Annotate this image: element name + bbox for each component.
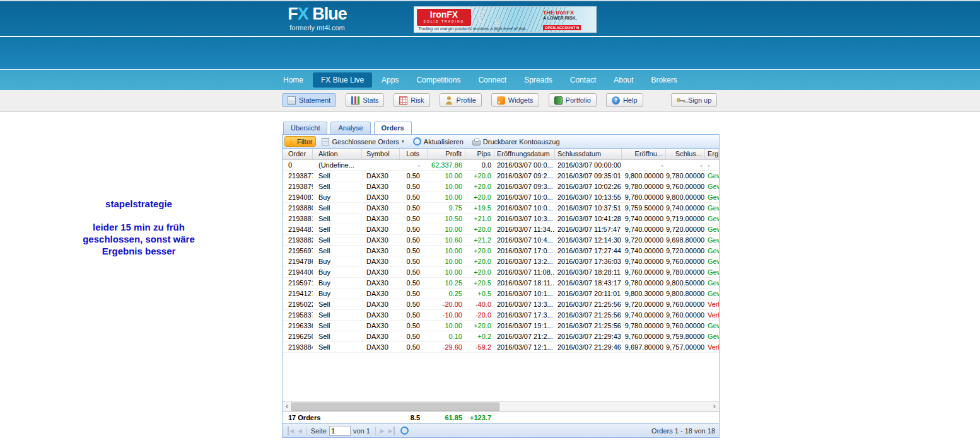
ironfx-brand: IronFX <box>417 10 471 20</box>
table-row[interactable]: 21947868BuyDAX300.5010.00+20.02016/03/07… <box>283 256 719 267</box>
next-page-icon[interactable]: ▶ <box>380 426 385 435</box>
cell-ergebnis: Gewinn <box>705 278 719 288</box>
cell-eroffnungsdatum: 2016/03/07 11:34... <box>494 224 555 234</box>
ironfx-ad-banner[interactable]: € ¥ € IronFX SOLID TRADING Trading on ma… <box>414 6 597 33</box>
column-header-aktion[interactable]: Aktion <box>313 149 362 159</box>
table-row[interactable]: 21944818SellDAX300.5010.00+20.02016/03/0… <box>283 224 719 235</box>
nav-item-spreads[interactable]: Spreads <box>516 72 561 88</box>
filter-button[interactable]: Filter <box>284 136 316 147</box>
druckbarer-kontoauszug-button[interactable]: Druckbarer Kontoauszug <box>469 137 563 146</box>
cell-schlus: 9,759.80000 <box>666 331 705 341</box>
table-row[interactable]: 21938804SellDAX300.509.75+19.52016/03/07… <box>283 203 719 214</box>
cell-aktion: Sell <box>313 331 362 341</box>
column-header-lots[interactable]: Lots <box>400 149 428 159</box>
nav-item-fx-blue-live[interactable]: FX Blue Live <box>313 72 372 88</box>
stats-icon <box>351 96 359 105</box>
pager-status: Orders 1 - 18 von 18 <box>651 427 715 435</box>
cell-eroffnungsdatum: 2016/03/07 09:3... <box>494 181 555 192</box>
help-button[interactable]: Help <box>606 93 643 107</box>
table-row[interactable]: 21938815SellDAX300.5010.50+21.02016/03/0… <box>283 214 719 224</box>
ad-open-account-button[interactable]: OPEN ACCOUNT N <box>543 25 581 30</box>
nav-item-about[interactable]: About <box>605 72 641 88</box>
nav-item-home[interactable]: Home <box>275 72 312 88</box>
page-number-input[interactable] <box>329 426 351 436</box>
scroll-right-icon[interactable]: › <box>710 402 719 411</box>
geschlossene-orders-button[interactable]: Geschlossene Orders▾ <box>318 137 407 146</box>
cell-profit: 10.25 <box>428 278 465 288</box>
cell-schlus: - <box>666 160 705 170</box>
profile-button[interactable]: Profile <box>440 93 482 107</box>
column-header-pips[interactable]: Pips <box>465 149 494 159</box>
nav-item-contact[interactable]: Contact <box>562 72 604 88</box>
nav-item-brokers[interactable]: Brokers <box>643 72 685 88</box>
cell-aktion: Buy <box>313 192 362 202</box>
table-row[interactable]: 21958371SellDAX300.50-10.00-20.02016/03/… <box>283 310 719 321</box>
column-header-eroffnu[interactable]: Eröffnu... <box>622 149 666 159</box>
nav-item-connect[interactable]: Connect <box>470 72 515 88</box>
table-row[interactable]: 21938778SellDAX300.5010.00+20.02016/03/0… <box>283 171 719 181</box>
refresh-icon[interactable] <box>400 426 409 435</box>
cell-symbol: DAX30 <box>362 214 400 224</box>
cell-order: 21938843 <box>283 342 313 352</box>
cell-pips: +19.5 <box>465 203 494 213</box>
nav-item-competitions[interactable]: Competitions <box>408 72 469 88</box>
cell-schlussdatum: 2016/03/07 17:27:44 <box>555 246 622 256</box>
table-row[interactable]: 21962503SellDAX300.500.10+0.22016/03/07 … <box>283 331 719 342</box>
tab-analyse[interactable]: Analyse <box>330 122 370 134</box>
statement-button[interactable]: Statement <box>282 93 336 107</box>
sign-up-button[interactable]: Sign up <box>671 93 717 107</box>
cell-order: 21938804 <box>283 203 313 213</box>
cell-schlussdatum: 2016/03/07 20:11:01 <box>555 289 622 299</box>
column-header-schlus[interactable]: Schlus... <box>666 149 705 159</box>
risk-button[interactable]: Risk <box>394 93 429 107</box>
table-row[interactable]: 21938822SellDAX300.5010.60+21.22016/03/0… <box>283 235 719 246</box>
column-header-symbol[interactable]: Symbol <box>362 149 400 159</box>
column-header-schlussdatum[interactable]: Schlussdatum <box>555 149 622 159</box>
tab-ubersicht[interactable]: Übersicht <box>283 122 327 134</box>
scrollbar-thumb[interactable] <box>291 403 499 411</box>
table-row[interactable]: 21959718BuyDAX300.5010.25+20.52016/03/07… <box>283 278 719 289</box>
horizontal-scrollbar[interactable]: ‹ › <box>283 401 719 411</box>
cell-schlussdatum: 2016/03/07 21:25:56 <box>555 321 622 331</box>
prev-page-icon[interactable]: ◀ <box>298 426 302 435</box>
column-header-order[interactable]: Order <box>283 149 313 159</box>
widgets-button[interactable]: Widgets <box>491 93 539 107</box>
stats-button[interactable]: Stats <box>346 93 384 107</box>
column-header-eroffnungsdatum[interactable]: Eröffnungsdatum <box>494 149 555 159</box>
table-row[interactable]: 21963367SellDAX300.5010.00+20.02016/03/0… <box>283 321 719 331</box>
logo-f: F <box>288 4 298 23</box>
nav-item-apps[interactable]: Apps <box>373 72 407 88</box>
table-row[interactable]: 21941275BuyDAX300.500.25+0.52016/03/07 1… <box>283 289 719 299</box>
cell-schlus: 9,760.00000 <box>666 321 705 331</box>
logo-tagline: formerly mt4i.com <box>276 24 358 31</box>
cell-ergebnis: Gewinn <box>705 289 719 299</box>
fx-blue-logo[interactable]: FX Blue formerly mt4i.com <box>276 4 358 31</box>
table-row[interactable]: 21944006BuyDAX300.5010.00+20.02016/03/07… <box>283 267 719 278</box>
table-summary-row: 17 Orders 8.5 61.85 +123.7 <box>283 411 719 423</box>
cell-order: 21938822 <box>283 235 313 245</box>
cell-pips: -20.0 <box>465 310 494 320</box>
column-header-ergebnis[interactable]: Ergebnis <box>705 149 719 159</box>
cell-eroffnungsdatum: 2016/03/07 10:1... <box>494 289 555 299</box>
column-header-profit[interactable]: Profit <box>428 149 465 159</box>
table-row[interactable]: 21938843SellDAX300.50-29.60-59.22016/03/… <box>283 342 719 353</box>
cell-symbol: DAX30 <box>362 246 400 256</box>
portfolio-button[interactable]: Portfolio <box>549 93 597 107</box>
cell-ergebnis: Gewinn <box>705 171 719 181</box>
cell-schlussdatum: 2016/03/07 10:37:51 <box>555 203 622 213</box>
table-row[interactable]: 21956974SellDAX300.5010.00+20.02016/03/0… <box>283 246 719 256</box>
scroll-left-icon[interactable]: ‹ <box>283 402 291 411</box>
table-row[interactable]: 21950220SellDAX300.50-20.00-40.02016/03/… <box>283 299 719 310</box>
aktualisieren-button[interactable]: Aktualisieren <box>410 137 467 146</box>
cell-eroffnu: 9,720.00000 <box>622 299 666 309</box>
table-row[interactable]: 21938793SellDAX300.5010.00+20.02016/03/0… <box>283 181 719 192</box>
cell-aktion: Sell <box>313 321 362 331</box>
tab-orders[interactable]: Orders <box>374 122 412 134</box>
first-page-icon[interactable]: ◀ <box>288 426 294 435</box>
last-page-icon[interactable]: ▶ <box>388 426 395 435</box>
cell-schlussdatum: 2016/03/07 09:35:01 <box>555 171 622 181</box>
table-row[interactable]: 21940812BuyDAX300.5010.00+20.02016/03/07… <box>283 192 719 203</box>
cell-profit: 9.75 <box>428 203 465 213</box>
cell-eroffnu: 9,780.00000 <box>622 321 666 331</box>
table-row[interactable]: 0(Undefine...-62,337.860.02016/03/07 00:… <box>283 160 719 171</box>
